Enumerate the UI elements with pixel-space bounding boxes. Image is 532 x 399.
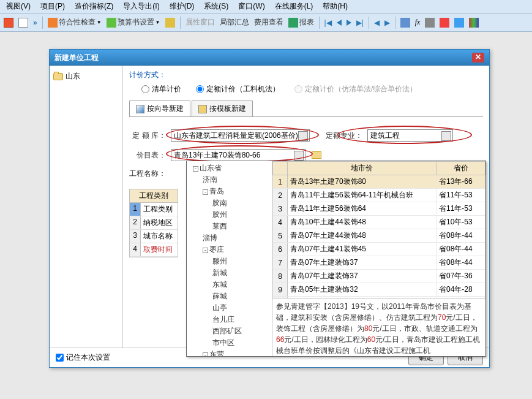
remember-checkbox[interactable]: 记住本次设置 xyxy=(56,352,110,363)
tree-node-shandong[interactable]: 山东 xyxy=(53,70,119,83)
toolbar: » 符合性检查▼ 预算书设置▼ 属性窗口 局部汇总 费用查看 报表 |◀ ▶| … xyxy=(0,13,532,32)
tree-node[interactable]: 新城 xyxy=(210,267,271,279)
tb-next-icon[interactable]: » xyxy=(32,17,39,28)
category-grid[interactable]: 工程类别 1工程类别2纳税地区3城市名称4取费时间 xyxy=(129,189,178,257)
tree-node[interactable]: 台儿庄 xyxy=(210,314,271,325)
price-row[interactable]: 4青岛10年土建44装饰48省10年-53 xyxy=(273,216,485,229)
mini-row[interactable]: 2纳税地区 xyxy=(130,216,178,230)
tb-color1-icon[interactable] xyxy=(438,17,451,29)
tree-node[interactable]: 东城 xyxy=(210,279,271,291)
bureau-summary-button[interactable]: 局部汇总 xyxy=(219,16,250,29)
tree-node[interactable]: 山亭 xyxy=(210,302,271,314)
tree-node[interactable]: 淄博 xyxy=(200,232,271,244)
dialog-titlebar: 新建单位工程 ✕ xyxy=(50,50,489,66)
menu-window[interactable]: 窗口(W) xyxy=(234,0,268,13)
norm-lib-label: 定 额 库： xyxy=(129,131,166,141)
price-browse-button[interactable] xyxy=(310,150,323,160)
nav-up-icon[interactable]: ◀ xyxy=(373,17,381,28)
mini-row[interactable]: 4取费时间 xyxy=(130,243,178,257)
project-name-label: 工程名称： xyxy=(129,169,166,179)
price-list-label: 价目表： xyxy=(129,150,166,161)
menu-project[interactable]: 项目(P) xyxy=(37,0,69,13)
tb-open-icon[interactable] xyxy=(2,17,15,29)
menu-bar: 视图(V) 项目(P) 造价指标(Z) 导入导出(I) 维护(D) 系统(S) … xyxy=(0,0,532,13)
property-window-button: 属性窗口 xyxy=(184,16,216,29)
tree-node[interactable]: 滕州 xyxy=(210,256,271,267)
menu-import[interactable]: 导入导出(I) xyxy=(119,0,163,13)
wizard-icon xyxy=(136,105,144,113)
price-row[interactable]: 8青岛07年土建装饰37省07年-36 xyxy=(273,270,485,283)
tree-node[interactable]: 市中区 xyxy=(210,337,271,349)
price-note: 参见青建管字【2013】19号文，以2011年青岛市价目表为基础，建筑和安装（含… xyxy=(272,298,485,356)
tb-save-icon[interactable] xyxy=(17,17,29,29)
tree-node[interactable]: 胶南 xyxy=(210,197,271,209)
mini-row[interactable]: 3城市名称 xyxy=(130,230,178,243)
price-list-combo[interactable]: 青岛13年土建70装饰80-66 xyxy=(171,149,305,161)
tb-books-icon[interactable] xyxy=(468,17,480,29)
folder-icon xyxy=(53,73,63,80)
radio-quota-alt: 定额计价（仿清单法/综合单价法） xyxy=(294,84,417,94)
price-row[interactable]: 1青岛13年土建70装饰80省13年-66 xyxy=(273,175,485,189)
report-button[interactable]: 报表 xyxy=(287,16,315,29)
norm-spec-label: 定额专业： xyxy=(326,131,362,141)
tree-node[interactable]: 西部矿区 xyxy=(210,325,271,337)
menu-help[interactable]: 帮助(H) xyxy=(319,0,351,13)
close-button[interactable]: ✕ xyxy=(472,53,484,63)
menu-online[interactable]: 在线服务(L) xyxy=(271,0,317,13)
compliance-check-button[interactable]: 符合性检查▼ xyxy=(47,16,103,29)
template-icon xyxy=(198,105,207,113)
tree-node[interactable]: -枣庄 xyxy=(200,244,271,256)
popup-region-tree[interactable]: -山东省济南-青岛胶南胶州莱西淄博-枣庄滕州新城东城薛城山亭台儿庄西部矿区市中区… xyxy=(187,161,272,356)
pricing-method-label: 计价方式： xyxy=(129,70,166,80)
nav-down-icon[interactable]: ▶ xyxy=(383,17,391,28)
tree-node[interactable]: 莱西 xyxy=(210,221,271,232)
price-grid[interactable]: 地市价 省价 1青岛13年土建70装饰80省13年-662青岛11年土建56装饰… xyxy=(272,161,485,298)
menu-cost[interactable]: 造价指标(Z) xyxy=(71,0,117,13)
tab-wizard[interactable]: 按向导新建 xyxy=(129,101,190,116)
tree-node[interactable]: 济南 xyxy=(200,174,271,186)
nav-first-icon[interactable]: |◀ xyxy=(323,17,333,28)
tb-calc-icon[interactable] xyxy=(399,17,411,29)
budget-settings-button[interactable]: 预算书设置▼ xyxy=(105,16,162,29)
mini-row[interactable]: 1工程类别 xyxy=(130,203,178,216)
price-row[interactable]: 3青岛11年土建56装饰64省11年-53 xyxy=(273,202,485,216)
region-tree[interactable]: 山东 xyxy=(50,66,123,348)
tree-node[interactable]: -青岛 xyxy=(200,186,271,197)
price-row[interactable]: 6青岛07年土建41装饰45省08年-44 xyxy=(273,243,485,256)
price-row[interactable]: 5青岛07年土建44装饰48省08年-44 xyxy=(273,229,485,243)
tb-color2-icon[interactable] xyxy=(453,17,465,29)
tree-node[interactable]: -东营 xyxy=(200,349,271,356)
price-list-popup: -山东省济南-青岛胶南胶州莱西淄博-枣庄滕州新城东城薛城山亭台儿庄西部矿区市中区… xyxy=(186,161,486,357)
open-icon xyxy=(312,151,321,159)
nav-last-icon[interactable]: ▶| xyxy=(355,17,365,28)
dialog-title: 新建单位工程 xyxy=(54,53,99,63)
nav-next-icon[interactable] xyxy=(345,18,353,27)
menu-view[interactable]: 视图(V) xyxy=(2,0,34,13)
nav-prev-icon[interactable] xyxy=(335,18,343,27)
tree-node[interactable]: 胶州 xyxy=(210,209,271,221)
radio-quota-pricing[interactable]: 定额计价（工料机法） xyxy=(196,84,280,94)
tb-icon2[interactable] xyxy=(164,17,176,29)
tree-node[interactable]: -山东省 xyxy=(190,162,271,174)
menu-maintain[interactable]: 维护(D) xyxy=(166,0,198,13)
radio-list-pricing[interactable]: 清单计价 xyxy=(141,84,181,94)
fee-view-button[interactable]: 费用查看 xyxy=(253,16,285,29)
tab-template[interactable]: 按模板新建 xyxy=(192,101,253,116)
price-row[interactable]: 7青岛07年土建装饰37省08年-44 xyxy=(273,256,485,270)
price-row[interactable]: 9青岛05年土建装饰32省04年-28 xyxy=(273,283,485,297)
tb-tool-icon[interactable] xyxy=(424,17,436,29)
norm-spec-combo[interactable]: 建筑工程 xyxy=(367,129,453,142)
tb-fx-icon[interactable]: fx xyxy=(414,17,422,28)
tree-node[interactable]: 薛城 xyxy=(210,291,271,302)
norm-lib-combo[interactable]: 山东省建筑工程消耗量定额(2006基价) xyxy=(171,129,310,142)
price-row[interactable]: 2青岛11年土建56装饰64-11年机械台班省11年-53 xyxy=(273,189,485,202)
menu-system[interactable]: 系统(S) xyxy=(200,0,232,13)
